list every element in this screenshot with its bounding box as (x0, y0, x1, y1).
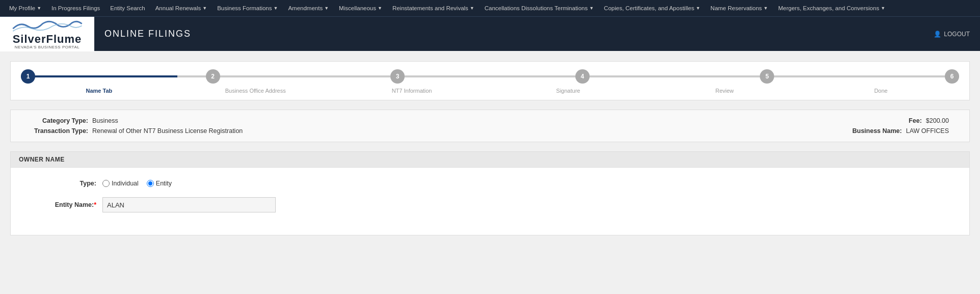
type-label: Type: (21, 180, 102, 187)
nav-amendments[interactable]: Amendments ▼ (283, 5, 334, 11)
type-radio-group: Individual Entity (102, 180, 172, 187)
step-4-circle: 4 (575, 69, 590, 84)
business-formations-dropdown-arrow: ▼ (274, 6, 278, 11)
header-title-area: ONLINE FILINGS (94, 29, 934, 39)
logout-button[interactable]: 👤 LOGOUT (934, 31, 980, 38)
progress-steps: 1 2 3 4 5 6 Name Tab Business Office Add… (10, 61, 970, 100)
step-6-circle: 6 (945, 69, 959, 84)
transaction-type-label: Transaction Type: (21, 127, 92, 135)
step-6-label: Done (803, 88, 959, 94)
entity-radio[interactable] (147, 180, 154, 187)
step-1-label: Name Tab (21, 88, 177, 94)
fee-label: Fee: (909, 117, 926, 124)
reinstatements-dropdown-arrow: ▼ (470, 6, 474, 11)
miscellaneous-dropdown-arrow: ▼ (378, 6, 382, 11)
progress-line-fill (21, 75, 177, 77)
type-field-row: Type: Individual Entity (21, 180, 959, 187)
copies-dropdown-arrow: ▼ (696, 6, 700, 11)
nav-name-reservations[interactable]: Name Reservations ▼ (705, 5, 773, 11)
nav-miscellaneous[interactable]: Miscellaneous ▼ (334, 5, 387, 11)
step-3-label: NT7 Information (334, 88, 490, 94)
nav-mergers[interactable]: Mergers, Exchanges, and Conversions ▼ (773, 5, 890, 11)
logo-tagline: NEVADA'S BUSINESS PORTAL (15, 45, 80, 49)
step-5-label: Review (646, 88, 803, 94)
business-name-label: Business Name: (852, 127, 906, 135)
category-type-label: Category Type: (21, 117, 92, 124)
business-name-value: LAW OFFICES (906, 127, 949, 135)
step-3-circle: 3 (390, 69, 405, 84)
entity-name-field-row: Entity Name:* (21, 197, 959, 212)
cancellations-dropdown-arrow: ▼ (589, 6, 594, 11)
progress-labels: Name Tab Business Office Address NT7 Inf… (21, 88, 959, 94)
required-indicator: * (94, 201, 96, 208)
nav-business-formations[interactable]: Business Formations ▼ (212, 5, 283, 11)
nav-my-profile[interactable]: My Profile ▼ (4, 5, 46, 11)
individual-radio-option[interactable]: Individual (102, 180, 139, 187)
filing-info-card: Category Type: Business Transaction Type… (10, 110, 970, 142)
logo-area: SilverFlume NEVADA'S BUSINESS PORTAL (0, 17, 94, 51)
entity-radio-option[interactable]: Entity (147, 180, 172, 187)
user-icon: 👤 (934, 31, 941, 38)
owner-name-header: OWNER NAME (11, 152, 969, 168)
page-header: SilverFlume NEVADA'S BUSINESS PORTAL ONL… (0, 16, 980, 51)
nav-reinstatements[interactable]: Reinstatements and Revivals ▼ (387, 5, 480, 11)
page-title: ONLINE FILINGS (104, 29, 191, 39)
name-reservations-dropdown-arrow: ▼ (763, 6, 768, 11)
owner-name-body: Type: Individual Entity Entity Name:* (11, 168, 969, 235)
nav-annual-renewals[interactable]: Annual Renewals ▼ (150, 5, 212, 11)
logo-name: SilverFlume (13, 34, 82, 45)
my-profile-dropdown-arrow: ▼ (37, 6, 41, 11)
step-5-circle: 5 (760, 69, 774, 84)
nav-in-progress-filings[interactable]: In Progress Filings (46, 5, 105, 11)
transaction-type-value: Renewal of Other NT7 Business License Re… (92, 127, 243, 135)
nav-cancellations[interactable]: Cancellations Dissolutions Terminations … (480, 5, 599, 11)
entity-name-input[interactable] (102, 197, 276, 212)
main-content: 1 2 3 4 5 6 Name Tab Business Office Add… (0, 51, 980, 294)
amendments-dropdown-arrow: ▼ (324, 6, 329, 11)
step-4-label: Signature (490, 88, 646, 94)
individual-label: Individual (112, 180, 139, 187)
individual-radio[interactable] (102, 180, 110, 187)
step-1-circle: 1 (21, 69, 35, 84)
step-2-circle: 2 (206, 69, 220, 84)
nav-entity-search[interactable]: Entity Search (105, 5, 150, 11)
step-2-label: Business Office Address (177, 88, 334, 94)
entity-name-label: Entity Name:* (21, 201, 102, 208)
logo-wave-graphic (12, 19, 83, 34)
fee-value: $200.00 (926, 117, 949, 124)
top-navigation: My Profile ▼ In Progress Filings Entity … (0, 0, 980, 16)
nav-copies[interactable]: Copies, Certificates, and Apostilles ▼ (599, 5, 705, 11)
annual-renewals-dropdown-arrow: ▼ (202, 6, 207, 11)
entity-label: Entity (156, 180, 172, 187)
category-type-value: Business (92, 117, 118, 124)
mergers-dropdown-arrow: ▼ (881, 6, 885, 11)
owner-name-section: OWNER NAME Type: Individual Entity (10, 151, 970, 235)
